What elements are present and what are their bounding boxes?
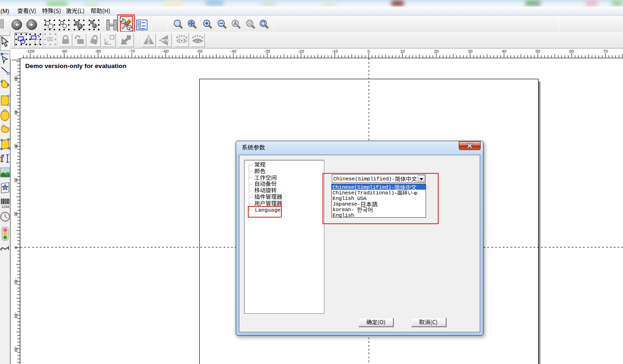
svg-text:-60: -60 [162,49,168,54]
svg-text:-10: -10 [14,278,18,284]
svg-text:-20: -20 [14,312,18,318]
svg-text:30: 30 [14,144,18,148]
svg-text:1234: 1234 [1,205,9,209]
svg-text:-100: -100 [26,49,35,54]
svg-text:10: 10 [14,211,18,216]
svg-text:-30: -30 [14,345,18,351]
svg-text:20: 20 [14,177,18,182]
svg-text:70: 70 [603,49,608,54]
svg-text:20: 20 [434,49,439,54]
svg-text:-80: -80 [95,49,101,54]
svg-text:0: 0 [14,246,18,248]
svg-text:30: 30 [468,49,472,54]
svg-text:f: f [0,153,4,164]
svg-text:0: 0 [367,49,370,54]
svg-text:50: 50 [535,49,540,54]
svg-text:A: A [233,21,237,26]
svg-text:-30: -30 [264,49,270,54]
svg-text:10: 10 [400,49,405,54]
svg-text:50: 50 [14,76,18,81]
svg-text:-70: -70 [129,49,135,54]
svg-text:40: 40 [502,49,506,54]
svg-text:-50: -50 [196,49,203,54]
svg-text:-10: -10 [332,49,338,54]
svg-text:-90: -90 [61,49,67,54]
svg-text:60: 60 [569,49,574,54]
svg-text:-40: -40 [230,49,236,54]
svg-text:40: 40 [14,110,18,114]
svg-text:-20: -20 [298,49,304,54]
